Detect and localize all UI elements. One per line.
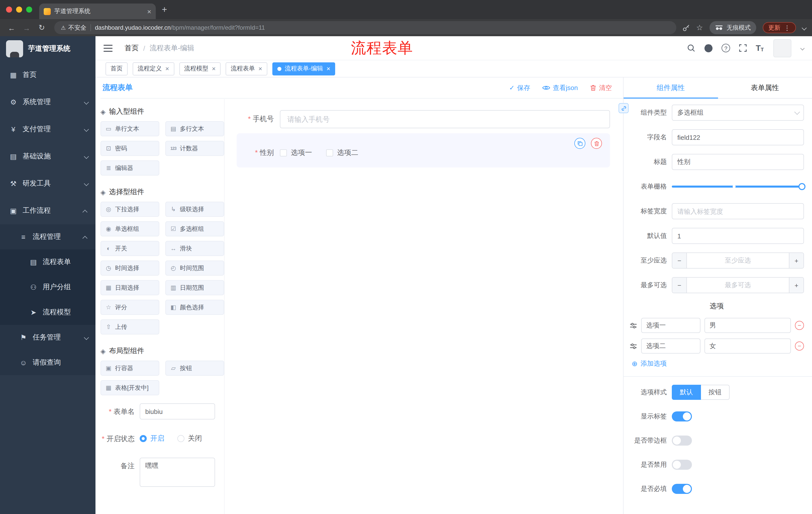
palette-item-color-picker[interactable]: ◧颜色选择 [165, 300, 224, 315]
palette-item-checkbox-group[interactable]: ☑多选框组 [165, 221, 224, 236]
chevron-down-icon[interactable] [801, 46, 805, 50]
phone-input[interactable] [280, 110, 610, 128]
sidebar-item-process-form[interactable]: ▤ 流程表单 [0, 249, 95, 275]
sidebar-item-process-model[interactable]: ➤ 流程模型 [0, 300, 95, 325]
close-window-button[interactable] [6, 6, 12, 12]
chevron-down-icon[interactable] [802, 25, 807, 30]
required-toggle[interactable] [672, 484, 692, 494]
minimize-window-button[interactable] [16, 6, 22, 12]
palette-item-time-range[interactable]: ◴时间范围 [165, 261, 224, 276]
radio-closed[interactable]: 关闭 [177, 434, 202, 443]
checkbox-option-2[interactable]: 选项二 [326, 148, 358, 157]
option-name-input[interactable] [641, 339, 700, 354]
sidebar-item-system[interactable]: ⚙ 系统管理 [0, 88, 95, 116]
field-name-input[interactable] [672, 129, 804, 145]
copy-widget-button[interactable] [574, 138, 585, 149]
remove-option-button[interactable]: − [795, 321, 804, 330]
increment-button[interactable]: + [789, 253, 804, 268]
palette-item-date-picker[interactable]: ▦日期选择 [100, 280, 159, 295]
clear-button[interactable]: 清空 [590, 83, 612, 92]
widget-gender-selected[interactable]: 性别 选项一 选项二 [237, 133, 610, 167]
back-button[interactable]: ← [5, 21, 18, 34]
show-label-toggle[interactable] [672, 411, 692, 422]
palette-item-multi-line-text[interactable]: ▤多行文本 [165, 121, 224, 136]
palette-item-password[interactable]: ⊡密码 [100, 141, 159, 156]
decrement-button[interactable]: − [672, 253, 687, 268]
avatar[interactable] [773, 39, 791, 57]
forward-button[interactable]: → [20, 21, 33, 34]
min-select-value[interactable]: 至少应选 [687, 253, 789, 268]
form-grid-slider[interactable] [672, 179, 804, 195]
widget-phone[interactable]: 手机号 [237, 110, 610, 128]
tag-process-form[interactable]: 流程表单 × [226, 62, 267, 75]
close-icon[interactable]: × [165, 65, 169, 72]
form-remark-textarea[interactable]: 嘿嘿 [140, 458, 215, 487]
add-option-button[interactable]: ⊕ 添加选项 [632, 359, 804, 368]
palette-item-upload[interactable]: ⇧上传 [100, 319, 159, 334]
link-icon[interactable] [618, 103, 629, 113]
palette-item-counter[interactable]: 123计数器 [165, 141, 224, 156]
label-width-input[interactable] [672, 203, 804, 219]
palette-item-table[interactable]: ▦表格[开发中] [100, 380, 159, 395]
radio-open[interactable]: 开启 [140, 434, 164, 443]
tag-process-form-edit[interactable]: 流程表单-编辑 × [272, 62, 336, 75]
disabled-toggle[interactable] [672, 460, 692, 470]
remove-option-button[interactable]: − [795, 342, 804, 351]
close-icon[interactable]: × [212, 65, 215, 72]
tab-form-props[interactable]: 表单属性 [718, 77, 812, 98]
close-icon[interactable]: × [327, 65, 330, 72]
bookmark-star-icon[interactable]: ☆ [696, 23, 703, 32]
sidebar-item-payment[interactable]: ¥ 支付管理 [0, 116, 95, 143]
browser-tab[interactable]: 芋道管理系统 × [39, 3, 156, 19]
palette-item-cascader[interactable]: ↳级联选择 [165, 202, 224, 217]
component-type-select[interactable]: 多选框组 [672, 105, 804, 121]
search-icon[interactable] [687, 44, 695, 52]
tab-component-props[interactable]: 组件属性 [624, 77, 718, 98]
zoom-window-button[interactable] [26, 6, 32, 12]
reload-button[interactable]: ↻ [35, 21, 48, 34]
increment-button[interactable]: + [789, 278, 804, 293]
palette-item-dropdown[interactable]: ◎下拉选择 [100, 202, 159, 217]
fullscreen-icon[interactable] [738, 44, 747, 52]
security-status[interactable]: ⚠ 不安全 [61, 23, 86, 32]
palette-item-switch[interactable]: ◐开关 [100, 241, 159, 256]
form-name-input[interactable] [140, 403, 215, 420]
sidebar-item-user-group[interactable]: ⚇ 用户分组 [0, 275, 95, 300]
sidebar-item-infrastructure[interactable]: ▤ 基础设施 [0, 143, 95, 170]
sidebar-item-workflow[interactable]: ▣ 工作流程 [0, 197, 95, 224]
tag-process-definition[interactable]: 流程定义 × [133, 62, 174, 75]
close-icon[interactable]: × [258, 65, 262, 72]
font-size-icon[interactable]: TT [756, 44, 764, 52]
browser-menu-icon[interactable]: ⋮ [784, 24, 790, 31]
sidebar-logo[interactable]: 芋道管理系统 [0, 36, 95, 61]
decrement-button[interactable]: − [672, 278, 687, 293]
checkbox-option-1[interactable]: 选项一 [280, 148, 312, 157]
max-select-value[interactable]: 最多可选 [687, 278, 789, 293]
palette-item-radio-group[interactable]: ◉单选框组 [100, 221, 159, 236]
sidebar-item-devtools[interactable]: ⚒ 研发工具 [0, 170, 95, 197]
palette-item-button[interactable]: ▱按钮 [165, 360, 224, 376]
tab-close-icon[interactable]: × [147, 8, 151, 15]
password-key-icon[interactable] [682, 24, 690, 31]
palette-item-time-picker[interactable]: ◷时间选择 [100, 261, 159, 276]
tag-home[interactable]: 首页 [106, 62, 127, 75]
palette-item-single-line-text[interactable]: ▭单行文本 [100, 121, 159, 136]
help-icon[interactable]: ? [722, 44, 730, 52]
save-button[interactable]: ✓ 保存 [509, 83, 530, 92]
palette-item-row-container[interactable]: ▣行容器 [100, 360, 159, 376]
drag-handle-icon[interactable] [630, 343, 637, 349]
sidebar-collapse-icon[interactable] [104, 45, 113, 52]
style-default-button[interactable]: 默认 [672, 385, 701, 400]
palette-item-slider[interactable]: ↔滑块 [165, 241, 224, 256]
option-value-input[interactable] [704, 339, 791, 354]
palette-item-rate[interactable]: ☆评分 [100, 300, 159, 315]
delete-widget-button[interactable] [591, 138, 602, 149]
option-name-input[interactable] [641, 318, 700, 333]
option-value-input[interactable] [704, 318, 791, 333]
tag-process-model[interactable]: 流程模型 × [179, 62, 221, 75]
palette-item-date-range[interactable]: ▥日期范围 [165, 280, 224, 295]
palette-item-editor[interactable]: ≣编辑器 [100, 160, 159, 175]
view-json-button[interactable]: 查看json [542, 83, 578, 92]
title-input[interactable] [672, 154, 804, 170]
sidebar-item-leave-query[interactable]: ☺ 请假查询 [0, 350, 95, 375]
